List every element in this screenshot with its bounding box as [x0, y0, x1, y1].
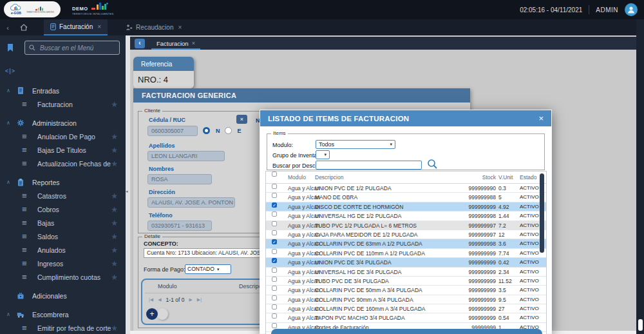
collapse-handle-icon[interactable]: ◂ — [126, 189, 128, 194]
table-row[interactable]: Agua y AlcanCOLLARIN PVC DE 50mm A 3/4 P… — [266, 286, 546, 295]
table-row[interactable]: Agua y AlcanUNIVERSAL HG DE 3/4 PULGADA9… — [266, 268, 546, 277]
modulo-select[interactable]: Todos ▾ — [316, 140, 395, 149]
sidebar-item-cobros[interactable]: ≡Cobros★ — [0, 202, 126, 216]
first-page-icon[interactable]: |◀ — [149, 297, 153, 302]
table-row[interactable]: Agua y AlcanCOLLARIN PVC 90mm A 3/4 PULG… — [266, 295, 546, 304]
table-row[interactable]: Agua y AlcanUNIVERSAL HG DE 1/2 PULGADA9… — [266, 211, 546, 221]
back-chevron-icon[interactable]: ‹ — [0, 19, 15, 35]
table-row[interactable]: Agua y AlcanTAPON PVC MACHO 3/4 PULGADA9… — [266, 313, 546, 322]
buscar-descripcion-input[interactable] — [316, 161, 422, 170]
sidebar-item-actualizacion-fechas-de-pago[interactable]: ≡Actualizacion Fechas de Pago★ — [0, 157, 126, 170]
close-icon[interactable]: × — [192, 40, 195, 46]
row-checkbox[interactable] — [272, 277, 277, 282]
row-checkbox[interactable] — [272, 193, 277, 198]
apellidos-field[interactable]: LEON LLANGARI — [147, 151, 225, 161]
table-row[interactable]: ✓Agua y AlcanUNION PVC DE 3/4 PULGADA999… — [266, 258, 546, 267]
inner-tab-facturacion[interactable]: Facturacion × — [150, 37, 202, 50]
star-icon[interactable]: ★ — [111, 100, 118, 109]
prev-page-icon[interactable]: ◀ — [158, 297, 161, 302]
nombres-field[interactable]: ROSA — [147, 174, 212, 184]
home-icon[interactable] — [15, 19, 32, 35]
clear-icon[interactable]: × — [236, 115, 247, 124]
star-icon[interactable]: ★ — [111, 259, 118, 268]
star-icon[interactable]: ★ — [111, 324, 118, 333]
sidebar-item-saldos[interactable]: ≡Saldos★ — [0, 230, 126, 243]
row-checkbox[interactable] — [272, 323, 277, 328]
add-item-button[interactable]: + — [146, 308, 158, 320]
star-icon[interactable]: ★ — [111, 273, 118, 282]
splitter[interactable]: ◂ — [126, 35, 130, 334]
star-icon[interactable]: ★ — [111, 159, 118, 168]
modal-bottom-bar[interactable] — [271, 329, 542, 334]
close-icon[interactable]: × — [97, 23, 101, 30]
chevron-up-icon[interactable]: ∧ — [6, 88, 17, 93]
sidebar-item-anulacion-de-pago[interactable]: ≡Anulacion De Pago★ — [0, 130, 126, 143]
table-row[interactable]: ✓Agua y AlcanDISCO DE CORTE DE HORMIGÓN9… — [266, 202, 546, 211]
table-row[interactable]: Agua y AlcanTUBO PVC DE 3/4 PULGADA99999… — [266, 277, 546, 286]
table-row[interactable]: Agua y AlcanCOLLARIN PVC DE 160mm A 3/4 … — [266, 304, 546, 313]
select-all-checkbox[interactable] — [272, 172, 277, 177]
sidebar-item-emitir-por-fecha-de-corte[interactable]: ≡Emitir por fecha de corte★ — [0, 321, 126, 334]
sidebar-item-ingresos[interactable]: ≡Ingresos★ — [0, 257, 126, 270]
row-checkbox[interactable] — [272, 230, 277, 235]
close-icon[interactable]: × — [178, 24, 182, 31]
table-row[interactable]: Agua y AlcanMANO DE OBRA9999999885ACTIVO — [266, 193, 546, 202]
sidebar-item-bajas-de-titulos[interactable]: ≡Bajas De Titulos★ — [0, 143, 126, 157]
chevron-up-icon[interactable]: ∧ — [6, 179, 17, 185]
row-checkbox[interactable] — [272, 211, 277, 217]
star-icon[interactable]: ★ — [111, 205, 118, 214]
telefono-field[interactable]: 032930571 - 931613 — [147, 221, 212, 231]
chevron-up-icon[interactable]: ∧ — [6, 120, 17, 126]
sidebar-section-administracion[interactable]: ∧Administracion — [0, 116, 126, 130]
row-checkbox[interactable] — [272, 304, 277, 309]
sidebar-section-adicionales[interactable]: Adicionales — [0, 289, 126, 302]
row-checkbox[interactable]: ✓ — [272, 239, 277, 244]
user-label[interactable]: ADMIN — [596, 6, 618, 14]
sidebar-section-reportes[interactable]: ∧Reportes — [0, 175, 126, 189]
inner-back-button[interactable]: ‹ — [135, 39, 145, 48]
row-checkbox[interactable] — [272, 249, 277, 254]
direccion-field[interactable]: ALAUSI, AV. JOSE A. PONTON Y MARIAN — [147, 197, 235, 208]
sidebar-section-escombrera[interactable]: ∧Escombrera — [0, 308, 126, 321]
radio-e[interactable] — [225, 127, 232, 134]
last-page-icon[interactable]: ▶| — [197, 297, 202, 302]
next-page-icon[interactable]: ▶ — [189, 297, 192, 302]
search-button[interactable] — [426, 158, 438, 170]
star-icon[interactable]: ★ — [111, 232, 118, 241]
star-icon[interactable]: ★ — [111, 146, 118, 155]
tab-facturacion[interactable]: Facturación × — [44, 19, 108, 35]
star-icon[interactable]: ★ — [111, 219, 118, 228]
table-row[interactable]: Agua y AlcanUNION PVC DE 1/2 PULGADA9999… — [266, 184, 546, 193]
row-checkbox[interactable] — [272, 313, 277, 319]
sidebar-item-anulados[interactable]: ≡Anulados★ — [0, 243, 126, 257]
forma-pago-select[interactable]: CONTADO ▾ — [185, 264, 231, 274]
row-checkbox[interactable] — [272, 221, 277, 226]
row-checkbox[interactable]: ✓ — [272, 258, 277, 263]
star-icon[interactable]: ★ — [111, 132, 118, 141]
collapse-sidebar-icon[interactable]: <|> — [5, 68, 15, 74]
table-row[interactable]: Agua y AlcanCAJA PARA MEDIDOR DE 1/2 PUL… — [266, 230, 546, 239]
tab-recaudacion[interactable]: Recaudacion × — [119, 19, 188, 35]
table-row[interactable]: ✓Agua y AlcanCOLLARIN PVC DE 63mm A 1/2 … — [266, 239, 546, 248]
sidebar-item-facturacion[interactable]: ≡Facturacion★ — [0, 97, 126, 111]
star-icon[interactable]: ★ — [111, 246, 118, 255]
avatar[interactable] — [625, 3, 638, 16]
menu-search[interactable] — [24, 41, 120, 55]
table-scrollbar[interactable] — [540, 173, 544, 253]
radio-n[interactable] — [203, 127, 210, 134]
sidebar-item-cumplimiento-cuotas[interactable]: ≡Cumplimiento cuotas★ — [0, 270, 126, 284]
row-checkbox[interactable] — [272, 295, 277, 300]
star-icon[interactable]: ★ — [111, 192, 118, 201]
chevron-up-icon[interactable]: ∧ — [6, 311, 17, 317]
grupo-inventario-select[interactable]: ▾ — [316, 150, 330, 159]
sidebar-section-entradas[interactable]: ∧Entradas — [0, 84, 126, 97]
sidebar-item-bajas[interactable]: ≡Bajas★ — [0, 216, 126, 230]
row-checkbox[interactable] — [272, 286, 277, 291]
table-row[interactable]: Agua y AlcanCOLLARIN PVC DE 110mm A 1/2 … — [266, 249, 546, 258]
close-icon[interactable]: × — [538, 114, 544, 123]
row-checkbox[interactable] — [272, 268, 277, 273]
row-checkbox[interactable]: ✓ — [272, 202, 277, 208]
secondary-circle-button[interactable] — [156, 308, 168, 320]
sidebar-item-catastros[interactable]: ≡Catastros★ — [0, 189, 126, 202]
search-input[interactable] — [39, 44, 115, 52]
